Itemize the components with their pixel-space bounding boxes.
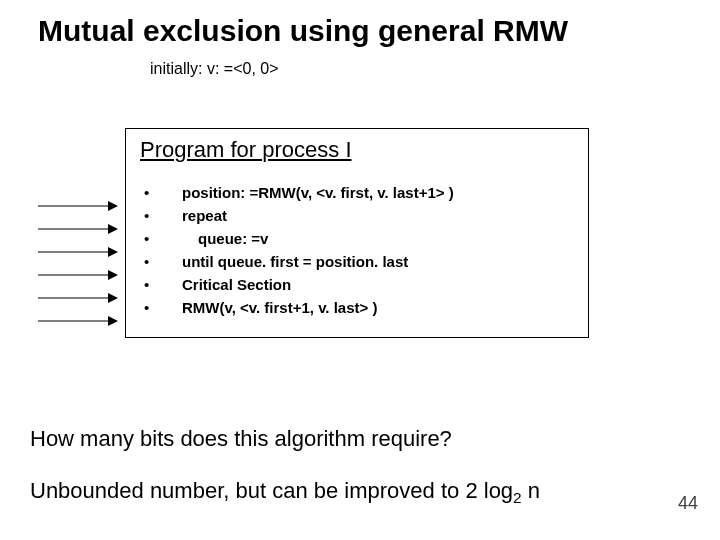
arrow-icon <box>36 245 118 259</box>
question-text: How many bits does this algorithm requir… <box>30 426 452 452</box>
svg-marker-5 <box>108 247 118 257</box>
code-line: •queue: =v <box>144 227 574 250</box>
code-line: •RMW(v, <v. first+1, v. last> ) <box>144 296 574 319</box>
answer-prefix: Unbounded number, but can be improved to… <box>30 478 513 503</box>
program-header: Program for process I <box>140 137 574 163</box>
answer-subscript: 2 <box>513 489 522 506</box>
answer-suffix: n <box>522 478 540 503</box>
svg-marker-3 <box>108 224 118 234</box>
code-text: RMW(v, <v. first+1, v. last> ) <box>182 299 377 316</box>
arrow-icon <box>36 291 118 305</box>
code-lines: •position: =RMW(v, <v. first, v. last+1>… <box>140 181 574 319</box>
code-text: queue: =v <box>182 230 268 247</box>
svg-marker-1 <box>108 201 118 211</box>
arrow-icon <box>36 268 118 282</box>
slide-title: Mutual exclusion using general RMW <box>0 0 720 54</box>
code-arrows <box>36 194 118 332</box>
page-number: 44 <box>678 493 698 514</box>
arrow-icon <box>36 222 118 236</box>
code-line: •repeat <box>144 204 574 227</box>
arrow-icon <box>36 314 118 328</box>
code-text: repeat <box>182 207 227 224</box>
code-line: •position: =RMW(v, <v. first, v. last+1>… <box>144 181 574 204</box>
initial-condition: initially: v: =<0, 0> <box>0 60 720 78</box>
code-line: •until queue. first = position. last <box>144 250 574 273</box>
code-text: until queue. first = position. last <box>182 253 408 270</box>
code-text: position: =RMW(v, <v. first, v. last+1> … <box>182 184 454 201</box>
svg-marker-9 <box>108 293 118 303</box>
svg-marker-7 <box>108 270 118 280</box>
code-text: Critical Section <box>182 276 291 293</box>
answer-text: Unbounded number, but can be improved to… <box>30 478 540 507</box>
code-line: •Critical Section <box>144 273 574 296</box>
svg-marker-11 <box>108 316 118 326</box>
program-box: Program for process I •position: =RMW(v,… <box>125 128 589 338</box>
arrow-icon <box>36 199 118 213</box>
